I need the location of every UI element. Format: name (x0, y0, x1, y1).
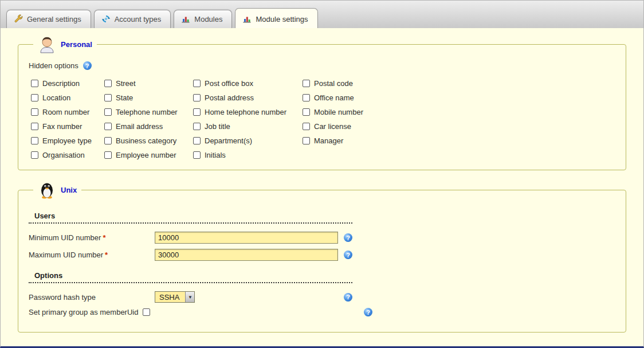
hidden-option-state[interactable]: State (104, 93, 193, 102)
checkbox[interactable] (31, 80, 38, 87)
hidden-option-mobile-number[interactable]: Mobile number (303, 108, 618, 116)
tab-modules[interactable]: Modules (174, 10, 232, 28)
password-hash-selected-value: SSHA (155, 292, 185, 302)
checkbox[interactable] (193, 123, 201, 130)
checkbox[interactable] (303, 94, 310, 101)
hidden-option-postal-address[interactable]: Postal address (193, 93, 303, 102)
hidden-option-manager[interactable]: Manager (303, 136, 618, 145)
help-icon[interactable]: ? (344, 293, 352, 302)
options-section-header: Options (29, 270, 352, 283)
tab-account-types[interactable]: Account types (94, 10, 171, 28)
checkbox[interactable] (104, 123, 112, 130)
checkbox-label: Home telephone number (205, 108, 286, 116)
checkbox[interactable] (31, 137, 38, 144)
hidden-options-row: Hidden options ? (29, 61, 618, 70)
checkbox-label: Business category (116, 136, 176, 145)
hidden-option-street[interactable]: Street (104, 79, 193, 88)
content-area: Personal Hidden options ? DescriptionStr… (1, 28, 643, 333)
hidden-option-fax-number[interactable]: Fax number (31, 122, 104, 131)
tab-general-settings[interactable]: General settings (6, 10, 91, 28)
member-uid-label: Set primary group as memberUid (29, 308, 138, 316)
hidden-option-organisation[interactable]: Organisation (31, 151, 104, 159)
checkbox-label: Office name (314, 93, 354, 102)
hidden-option-home-telephone-number[interactable]: Home telephone number (193, 108, 303, 116)
hidden-option-postal-code[interactable]: Postal code (303, 79, 618, 88)
help-icon[interactable]: ? (344, 233, 352, 242)
hidden-option-description[interactable]: Description (31, 79, 104, 88)
checkbox-label: Mobile number (314, 108, 363, 116)
hidden-option-email-address[interactable]: Email address (104, 122, 193, 131)
help-icon[interactable]: ? (344, 251, 352, 259)
checkbox[interactable] (193, 94, 201, 101)
wrench-icon (14, 14, 23, 24)
bar-chart-icon (242, 14, 252, 24)
min-uid-row: Minimum UID number* ? (29, 232, 372, 244)
checkbox[interactable] (31, 108, 38, 116)
tab-label: General settings (27, 15, 81, 24)
checkbox[interactable] (193, 137, 201, 144)
help-icon[interactable]: ? (364, 308, 372, 316)
checkbox[interactable] (303, 80, 310, 87)
checkbox[interactable] (31, 94, 38, 101)
checkbox[interactable] (104, 108, 112, 116)
chevron-down-icon: ▼ (185, 292, 194, 302)
tux-penguin-icon (38, 181, 56, 199)
checkbox[interactable] (104, 151, 112, 159)
max-uid-input[interactable] (155, 249, 338, 261)
checkbox-label: Car license (314, 122, 351, 131)
account-types-icon (101, 14, 111, 24)
hidden-option-department-s-[interactable]: Department(s) (193, 136, 303, 145)
checkbox[interactable] (104, 137, 112, 144)
max-uid-label: Maximum UID number* (29, 251, 155, 259)
hidden-option-job-title[interactable]: Job title (193, 122, 303, 131)
hidden-option-location[interactable]: Location (31, 93, 104, 102)
hidden-options-grid: DescriptionStreetPost office boxPostal c… (31, 79, 618, 159)
min-uid-input[interactable] (155, 232, 338, 244)
unix-panel: Unix Users Minimum UID number* ? Maximum… (18, 181, 626, 333)
tab-label: Module settings (256, 15, 308, 24)
hidden-option-employee-number[interactable]: Employee number (104, 151, 193, 159)
checkbox-label: Organisation (42, 151, 85, 159)
unix-legend: Unix (33, 181, 81, 199)
max-uid-row: Maximum UID number* ? (29, 249, 372, 261)
password-hash-row: Password hash type SSHA ▼ ? (29, 291, 372, 303)
checkbox-label: Post office box (205, 79, 253, 88)
checkbox-label: Fax number (42, 122, 82, 131)
checkbox-label: Manager (314, 136, 343, 145)
checkbox[interactable] (303, 137, 310, 144)
personal-legend: Personal (33, 35, 97, 53)
hidden-option-initials[interactable]: Initials (193, 151, 303, 159)
password-hash-label: Password hash type (29, 293, 155, 302)
checkbox[interactable] (104, 80, 112, 87)
hidden-option-employee-type[interactable]: Employee type (31, 136, 104, 145)
hidden-options-label: Hidden options (29, 61, 78, 70)
checkbox[interactable] (31, 151, 38, 159)
hidden-option-office-name[interactable]: Office name (303, 93, 618, 102)
person-icon (38, 35, 56, 53)
hidden-option-room-number[interactable]: Room number (31, 108, 104, 116)
hidden-option-post-office-box[interactable]: Post office box (193, 79, 303, 88)
checkbox[interactable] (193, 108, 201, 116)
help-icon[interactable]: ? (83, 61, 92, 70)
checkbox[interactable] (193, 80, 201, 87)
checkbox[interactable] (31, 123, 38, 130)
checkbox[interactable] (193, 151, 201, 159)
tab-module-settings[interactable]: Module settings (235, 8, 317, 28)
checkbox-label: Location (42, 93, 70, 102)
lam-settings-page: General settings Account types (0, 0, 644, 348)
checkbox-label: Postal code (314, 79, 353, 88)
checkbox-label: Postal address (205, 93, 254, 102)
member-uid-checkbox[interactable] (143, 308, 150, 316)
checkbox-label: State (116, 93, 133, 102)
checkbox-label: Description (42, 79, 80, 88)
hidden-option-telephone-number[interactable]: Telephone number (104, 108, 193, 116)
personal-panel: Personal Hidden options ? DescriptionStr… (18, 35, 626, 170)
password-hash-select[interactable]: SSHA ▼ (155, 291, 195, 303)
checkbox[interactable] (303, 108, 310, 116)
hidden-option-business-category[interactable]: Business category (104, 136, 193, 145)
member-uid-row: Set primary group as memberUid ? (29, 308, 372, 316)
hidden-option-car-license[interactable]: Car license (303, 122, 618, 131)
tab-bar: General settings Account types (1, 1, 643, 28)
checkbox[interactable] (104, 94, 112, 101)
checkbox[interactable] (303, 123, 310, 130)
